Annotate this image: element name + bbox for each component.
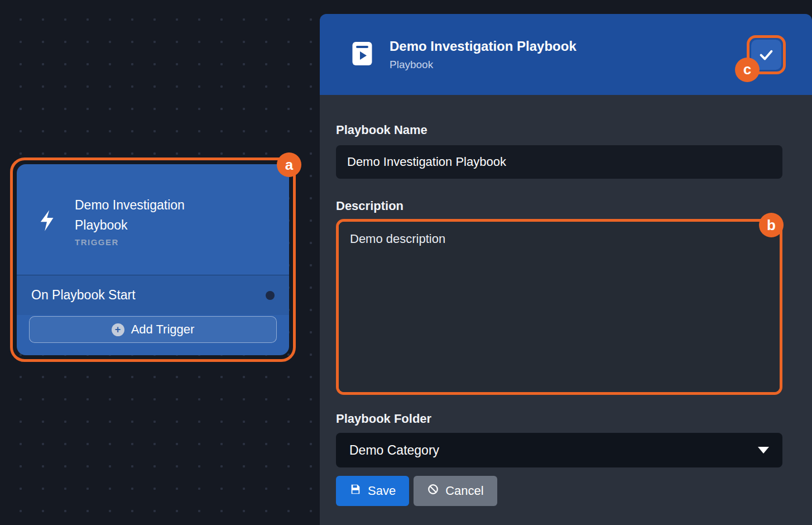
properties-panel: Demo Investigation Playbook Playbook c P…: [320, 14, 812, 525]
playbook-name-input[interactable]: [336, 145, 782, 179]
trigger-row-on-playbook-start[interactable]: On Playbook Start: [17, 275, 289, 315]
workflow-canvas[interactable]: a Demo Investigation Playbook TRIGGER On…: [0, 0, 812, 525]
trigger-row-label: On Playbook Start: [31, 288, 136, 303]
add-trigger-button[interactable]: + Add Trigger: [29, 316, 277, 343]
playbook-icon: [352, 41, 373, 69]
panel-title: Demo Investigation Playbook: [390, 39, 576, 54]
save-label: Save: [368, 484, 396, 498]
action-buttons: Save Cancel: [336, 476, 782, 506]
chevron-down-icon: [758, 447, 769, 454]
annotation-box-c: c: [747, 35, 786, 74]
annotation-box-b: b Demo description: [336, 219, 782, 395]
panel-subtitle: Playbook: [390, 59, 576, 71]
description-textarea[interactable]: Demo description: [339, 222, 780, 392]
plus-icon: +: [112, 323, 124, 336]
trigger-node-type-label: TRIGGER: [75, 237, 209, 247]
add-trigger-label: Add Trigger: [131, 322, 195, 337]
annotation-badge-b: b: [759, 213, 784, 237]
lightning-icon: [36, 208, 60, 233]
trigger-node-title: Demo Investigation Playbook: [75, 195, 209, 235]
save-icon: [349, 483, 362, 499]
annotation-box-a: a Demo Investigation Playbook TRIGGER On…: [10, 157, 296, 362]
connector-dot[interactable]: [266, 291, 275, 300]
description-label: Description: [336, 199, 782, 213]
trigger-node[interactable]: Demo Investigation Playbook TRIGGER On P…: [17, 164, 289, 355]
save-button[interactable]: Save: [336, 476, 409, 506]
panel-header: Demo Investigation Playbook Playbook c: [320, 14, 812, 95]
playbook-name-label: Playbook Name: [336, 123, 782, 137]
annotation-badge-a: a: [277, 152, 301, 177]
ban-icon: [427, 483, 439, 499]
cancel-button[interactable]: Cancel: [414, 476, 497, 506]
trigger-node-header: Demo Investigation Playbook TRIGGER: [17, 164, 289, 275]
playbook-folder-select[interactable]: Demo Category: [336, 433, 782, 467]
panel-body: Playbook Name Description b Demo descrip…: [320, 123, 812, 506]
playbook-folder-label: Playbook Folder: [336, 412, 782, 426]
cancel-label: Cancel: [445, 484, 483, 498]
annotation-badge-c: c: [735, 58, 760, 82]
playbook-folder-value: Demo Category: [349, 443, 439, 458]
